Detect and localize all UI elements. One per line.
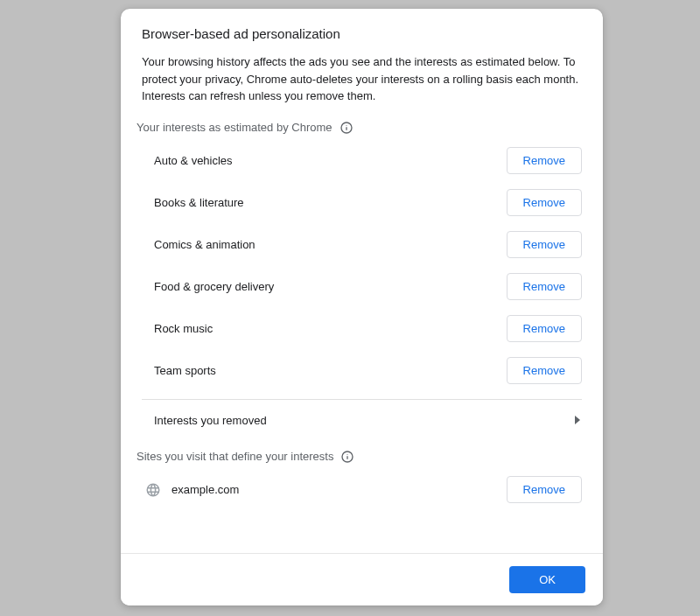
globe-icon: [145, 482, 161, 498]
site-row: example.com Remove: [142, 469, 582, 511]
remove-button[interactable]: Remove: [507, 357, 582, 384]
interest-label: Team sports: [154, 364, 216, 377]
removed-interests-row[interactable]: Interests you removed: [121, 400, 603, 441]
remove-button[interactable]: Remove: [507, 231, 582, 258]
interests-list: Auto & vehicles Remove Books & literatur…: [121, 140, 603, 392]
info-icon[interactable]: [340, 121, 354, 135]
sites-header-label: Sites you visit that define your interes…: [136, 450, 333, 463]
interests-header: Your interests as estimated by Chrome: [121, 121, 603, 140]
svg-point-5: [347, 453, 348, 454]
chevron-right-icon: [575, 416, 580, 424]
remove-button[interactable]: Remove: [507, 476, 582, 503]
interest-row: Books & literature Remove: [142, 182, 582, 224]
interest-label: Rock music: [154, 322, 213, 335]
remove-button[interactable]: Remove: [507, 147, 582, 174]
svg-point-2: [346, 124, 346, 125]
site-label: example.com: [172, 483, 239, 496]
interests-header-label: Your interests as estimated by Chrome: [136, 121, 332, 134]
remove-button[interactable]: Remove: [507, 273, 582, 300]
sites-list: example.com Remove: [121, 469, 603, 511]
removed-interests-label: Interests you removed: [154, 414, 267, 427]
interest-label: Food & grocery delivery: [154, 280, 274, 293]
interest-row: Comics & animation Remove: [142, 224, 582, 266]
interest-row: Food & grocery delivery Remove: [142, 266, 582, 308]
dialog-footer: OK: [121, 553, 603, 606]
interest-label: Books & literature: [154, 196, 244, 209]
interest-label: Comics & animation: [154, 238, 256, 251]
info-icon[interactable]: [340, 450, 354, 464]
ok-button[interactable]: OK: [509, 566, 585, 593]
remove-button[interactable]: Remove: [507, 189, 582, 216]
dialog-description: Your browsing history affects the ads yo…: [121, 53, 603, 121]
interest-row: Team sports Remove: [142, 350, 582, 392]
remove-button[interactable]: Remove: [507, 315, 582, 342]
interest-row: Rock music Remove: [142, 308, 582, 350]
dialog-title: Browser-based ad personalization: [121, 26, 603, 53]
dialog-content: Browser-based ad personalization Your br…: [121, 9, 603, 553]
interest-label: Auto & vehicles: [154, 154, 233, 167]
interest-row: Auto & vehicles Remove: [142, 140, 582, 182]
sites-header: Sites you visit that define your interes…: [121, 441, 603, 469]
ad-personalization-dialog: Browser-based ad personalization Your br…: [121, 9, 603, 606]
